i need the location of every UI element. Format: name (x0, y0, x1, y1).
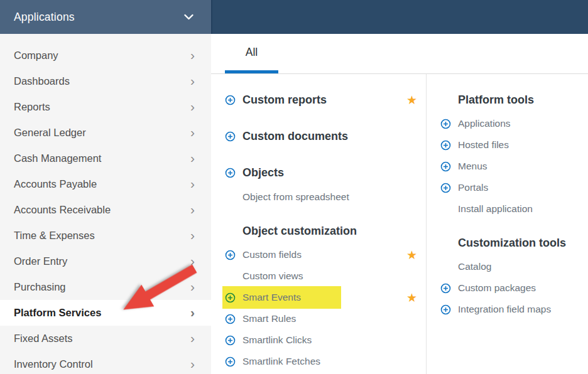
sidebar-item-purchasing[interactable]: Purchasing› (0, 274, 211, 300)
menu-item-label: Object from spreadsheet (242, 191, 349, 203)
menu-item-smartlink-fetches[interactable]: Smartlink Fetches (225, 351, 426, 372)
chevron-right-icon: › (190, 306, 195, 319)
sidebar-list: Company›Dashboards›Reports›General Ledge… (0, 34, 211, 374)
chevron-right-icon: › (190, 100, 195, 113)
sidebar-item-order-entry[interactable]: Order Entry› (0, 248, 211, 274)
menu-item-smart-rules[interactable]: Smart Rules (225, 308, 426, 329)
sidebar-item-label: Cash Management (14, 152, 101, 164)
menu-item-platform-tools: Platform tools (440, 89, 588, 110)
star-icon[interactable]: ★ (406, 249, 417, 261)
menu-item-portals[interactable]: Portals (440, 177, 588, 198)
star-icon[interactable]: ★ (406, 292, 417, 304)
menu-item-object-customization: Object customization (225, 220, 426, 242)
circled-plus-icon[interactable] (225, 356, 236, 367)
chevron-right-icon: › (190, 151, 195, 164)
sidebar-item-label: Inventory Control (14, 358, 93, 370)
menu-item-label: Custom packages (458, 282, 536, 294)
circled-plus-icon[interactable] (225, 314, 236, 324)
sidebar-item-platform-services[interactable]: Platform Services› (0, 300, 211, 326)
menu-item-catalog[interactable]: Catalog (440, 256, 588, 277)
menu-item-label: Smartlink Fetches (242, 356, 320, 367)
menu-item-label: Platform tools (458, 94, 534, 107)
circled-plus-icon[interactable] (440, 304, 451, 315)
sidebar-item-cash-management[interactable]: Cash Management› (0, 146, 211, 171)
applications-menu-header[interactable]: Applications (0, 0, 211, 34)
sidebar-item-dashboards[interactable]: Dashboards› (0, 68, 211, 94)
sidebar-item-accounts-receivable[interactable]: Accounts Receivable› (0, 197, 211, 223)
sidebar-item-label: Company (14, 50, 58, 61)
icon-spacer (440, 238, 451, 248)
menu-item-custom-packages[interactable]: Custom packages (440, 277, 588, 299)
tab-all[interactable]: All (225, 34, 278, 73)
circled-plus-icon[interactable] (440, 283, 451, 294)
sidebar-item-company[interactable]: Company› (0, 43, 211, 68)
tab-bar: All (211, 34, 588, 74)
main-panel: All Custom reports★Custom documentsObjec… (211, 0, 588, 374)
circled-plus-icon[interactable] (225, 131, 236, 142)
sidebar-item-label: General Ledger (14, 127, 86, 139)
icon-spacer (225, 271, 236, 282)
chevron-right-icon: › (190, 177, 195, 190)
icon-spacer (440, 95, 451, 105)
sidebar-item-inventory-control[interactable]: Inventory Control› (0, 351, 211, 374)
topbar (211, 0, 588, 34)
sidebar-item-label: Time & Expenses (14, 230, 95, 242)
menu-item-objects[interactable]: Objects (225, 162, 426, 183)
sidebar-title: Applications (14, 11, 75, 24)
menu-item-customization-tools: Customization tools (440, 232, 588, 254)
chevron-right-icon: › (190, 203, 195, 216)
circled-plus-icon[interactable] (225, 292, 236, 303)
circled-plus-icon[interactable] (440, 183, 451, 193)
chevron-right-icon: › (190, 254, 195, 267)
sidebar-item-reports[interactable]: Reports› (0, 94, 211, 120)
sidebar-item-time-expenses[interactable]: Time & Expenses› (0, 223, 211, 248)
circled-plus-icon[interactable] (225, 95, 236, 105)
sidebar: Applications Company›Dashboards›Reports›… (0, 0, 211, 374)
circled-plus-icon[interactable] (225, 250, 236, 260)
sidebar-item-label: Reports (14, 101, 50, 113)
chevron-right-icon: › (190, 74, 195, 87)
menu-item-label: Custom fields (242, 249, 302, 260)
menu-content: Custom reports★Custom documentsObjectsOb… (211, 74, 588, 374)
menu-item-smart-events[interactable]: Smart Events★ (225, 287, 426, 308)
menu-item-custom-views[interactable]: Custom views (225, 265, 426, 287)
menu-item-install-application[interactable]: Install application (440, 198, 588, 220)
menu-item-label: Objects (242, 166, 284, 179)
sidebar-item-general-ledger[interactable]: General Ledger› (0, 120, 211, 146)
chevron-right-icon: › (190, 126, 195, 139)
sidebar-item-accounts-payable[interactable]: Accounts Payable› (0, 171, 211, 197)
sidebar-item-label: Accounts Payable (14, 178, 97, 190)
sidebar-item-label: Fixed Assets (14, 333, 73, 345)
icon-spacer (225, 192, 236, 203)
menu-item-hosted-files[interactable]: Hosted files (440, 134, 588, 156)
star-icon[interactable]: ★ (406, 94, 417, 106)
menu-item-label: Smartlink Clicks (242, 334, 312, 346)
circled-plus-icon[interactable] (440, 119, 451, 129)
menu-item-integration-field-maps[interactable]: Integration field maps (440, 299, 588, 320)
sidebar-item-label: Order Entry (14, 255, 67, 267)
sidebar-item-label: Purchasing (14, 281, 66, 293)
sidebar-item-fixed-assets[interactable]: Fixed Assets› (0, 326, 211, 351)
menu-item-custom-reports[interactable]: Custom reports★ (225, 89, 426, 110)
circled-plus-icon[interactable] (440, 140, 451, 151)
icon-spacer (440, 262, 451, 272)
menu-item-label: Hosted files (458, 139, 509, 151)
menu-item-label: Applications (458, 118, 511, 129)
menu-item-custom-fields[interactable]: Custom fields★ (225, 244, 426, 265)
menu-item-menus[interactable]: Menus (440, 156, 588, 177)
chevron-down-icon (184, 11, 193, 23)
chevron-right-icon: › (190, 357, 195, 370)
menu-item-applications[interactable]: Applications (440, 113, 588, 134)
menu-item-custom-documents[interactable]: Custom documents (225, 126, 426, 147)
circled-plus-icon[interactable] (440, 161, 451, 172)
chevron-right-icon: › (190, 280, 195, 293)
menu-item-label: Catalog (458, 261, 491, 272)
circled-plus-icon[interactable] (225, 168, 236, 178)
chevron-right-icon: › (190, 228, 195, 242)
menu-item-smartlink-clicks[interactable]: Smartlink Clicks (225, 329, 426, 351)
circled-plus-icon[interactable] (225, 335, 236, 346)
menu-item-label: Portals (458, 182, 488, 193)
menu-item-object-from-spreadsheet[interactable]: Object from spreadsheet (225, 186, 426, 208)
menu-item-label: Object customization (242, 225, 357, 238)
menu-item-label: Custom reports (242, 94, 327, 107)
